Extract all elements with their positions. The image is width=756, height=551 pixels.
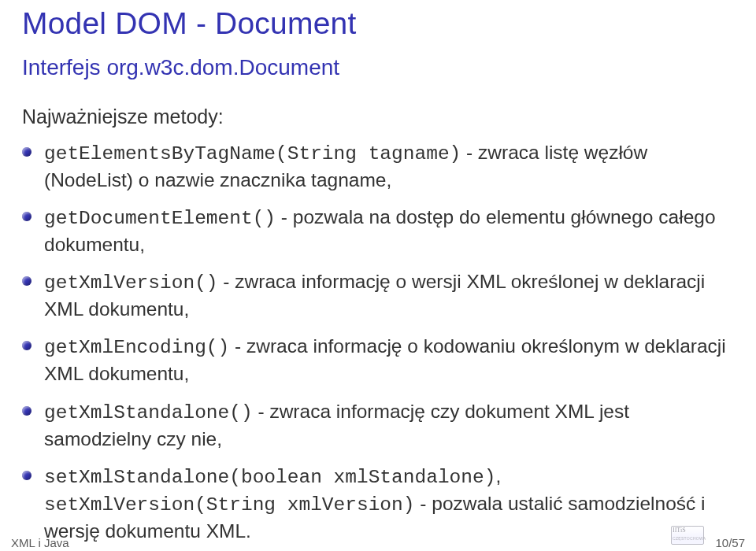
list-item: getXmlStandalone() - zwraca informację c… xyxy=(22,398,734,452)
subtitle: Interfejs org.w3c.dom.Document xyxy=(0,41,756,80)
method-signature: getXmlStandalone() xyxy=(44,402,253,423)
list-item-text: getXmlVersion() - zwraca informację o we… xyxy=(44,268,734,322)
bullet-icon xyxy=(22,276,32,286)
block-title: Najważniejsze metody: xyxy=(0,80,756,139)
list-item: getElementsByTagName(String tagname) - z… xyxy=(22,139,734,193)
method-signature: getXmlVersion() xyxy=(44,272,218,294)
page-title: Model DOM - Document xyxy=(0,0,756,41)
bullet-icon xyxy=(22,341,32,350)
method-signature: getXmlEncoding() xyxy=(44,337,229,358)
list-item: getXmlEncoding() - zwraca informację o k… xyxy=(22,333,734,386)
method-signature: getDocumentElement() xyxy=(44,208,276,229)
list-item-text: getElementsByTagName(String tagname) - z… xyxy=(44,139,734,193)
method-signature: setXmlVersion(String xmlVersion) xyxy=(44,494,414,516)
method-signature: getElementsByTagName(String tagname) xyxy=(44,143,461,165)
footer: XML i Java 10/57 xyxy=(0,532,756,551)
slide: Model DOM - Document Interfejs org.w3c.d… xyxy=(0,0,756,551)
bullet-icon xyxy=(22,406,32,416)
list-item-text: getDocumentElement() - pozwala na dostęp… xyxy=(44,204,734,257)
method-signature: setXmlStandalone(boolean xmlStandalone) xyxy=(44,467,495,488)
bullet-icon xyxy=(22,471,32,480)
list-item: getXmlVersion() - zwraca informację o we… xyxy=(22,268,734,322)
method-list: getElementsByTagName(String tagname) - z… xyxy=(0,139,756,544)
method-description: , xyxy=(495,465,501,486)
bullet-icon xyxy=(22,147,32,157)
list-item: getDocumentElement() - pozwala na dostęp… xyxy=(22,204,734,257)
list-item-text: getXmlStandalone() - zwraca informację c… xyxy=(44,398,734,452)
list-item-text: getXmlEncoding() - zwraca informację o k… xyxy=(44,333,734,386)
footer-left: XML i Java xyxy=(11,536,69,549)
footer-page-number: 10/57 xyxy=(715,536,745,549)
bullet-icon xyxy=(22,212,32,221)
